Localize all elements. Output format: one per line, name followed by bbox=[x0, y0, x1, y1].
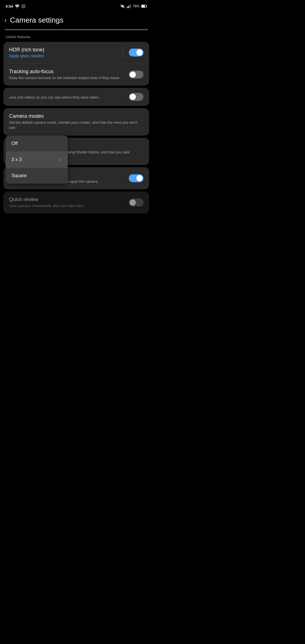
grid-lines-card: ures and videos so you can see where the… bbox=[3, 88, 149, 106]
svg-rect-5 bbox=[128, 6, 128, 8]
svg-rect-4 bbox=[127, 7, 127, 8]
svg-rect-8 bbox=[130, 4, 131, 8]
svg-rect-6 bbox=[128, 5, 129, 8]
camera-modes-card: Camera modes Set the default camera mode… bbox=[3, 108, 149, 135]
quick-launch-toggle-thumb bbox=[136, 175, 143, 181]
svg-rect-10 bbox=[141, 5, 145, 7]
mute-icon bbox=[120, 4, 125, 8]
dropdown-3x3-check: ✓ bbox=[58, 156, 62, 163]
header: ‹ Camera settings bbox=[0, 11, 152, 29]
grid-lines-toggle[interactable] bbox=[129, 93, 143, 101]
dropdown-square-label: Square bbox=[11, 173, 27, 179]
camera-modes-title: Camera modes bbox=[9, 113, 139, 119]
battery-percent: 76% bbox=[133, 4, 140, 8]
grid-lines-toggle-track bbox=[129, 93, 143, 101]
signal-icon bbox=[127, 4, 131, 8]
grid-lines-content: ures and videos so you can see where the… bbox=[9, 94, 129, 100]
tracking-subtitle: Keep the camera focused on the selected … bbox=[9, 75, 124, 80]
svg-text:✕: ✕ bbox=[23, 5, 24, 7]
camera-modes-content: Camera modes Set the default camera mode… bbox=[9, 113, 143, 130]
hdr-content: HDR (rich tone) Apply when needed bbox=[9, 47, 123, 58]
section-label-useful: Useful features bbox=[0, 35, 152, 42]
settings-card: HDR (rich tone) Apply when needed Tracki… bbox=[3, 42, 149, 86]
quick-launch-toggle[interactable] bbox=[129, 174, 143, 182]
back-button[interactable]: ‹ bbox=[5, 17, 6, 24]
camera-modes-subtitle: Set the default camera mode, reorder you… bbox=[9, 120, 139, 130]
tracking-content: Tracking auto-focus Keep the camera focu… bbox=[9, 69, 129, 80]
hdr-divider bbox=[123, 47, 123, 58]
quick-review-content: Quick review View pictures immediately a… bbox=[9, 197, 129, 208]
dropdown-off[interactable]: Off bbox=[6, 136, 68, 151]
tracking-title: Tracking auto-focus bbox=[9, 69, 124, 75]
tracking-autofocus-setting[interactable]: Tracking auto-focus Keep the camera focu… bbox=[3, 64, 149, 86]
quick-review-subtitle: View pictures immediately after you take… bbox=[9, 203, 124, 208]
quick-review-setting[interactable]: Quick review View pictures immediately a… bbox=[3, 192, 149, 214]
hdr-setting[interactable]: HDR (rich tone) Apply when needed bbox=[3, 42, 149, 64]
dropdown-square[interactable]: Square bbox=[6, 168, 68, 184]
camera-modes-setting[interactable]: Camera modes Set the default camera mode… bbox=[3, 108, 149, 135]
status-bar: 6:54 ✕ 76% bbox=[0, 0, 152, 11]
tracking-toggle-thumb bbox=[130, 71, 136, 78]
grid-lines-setting[interactable]: ures and videos so you can see where the… bbox=[3, 88, 149, 106]
time: 6:54 bbox=[6, 4, 13, 8]
quick-launch-toggle-track bbox=[129, 174, 143, 182]
grid-lines-toggle-thumb bbox=[130, 94, 136, 100]
hdr-toggle-track bbox=[129, 49, 143, 56]
dropdown-off-label: Off bbox=[11, 141, 18, 146]
scroll-indicator bbox=[5, 29, 148, 30]
grid-lines-subtitle-partial: ures and videos so you can see where the… bbox=[9, 95, 124, 100]
quick-review-title: Quick review bbox=[9, 197, 124, 203]
battery-icon bbox=[141, 5, 147, 8]
tracking-toggle[interactable] bbox=[129, 71, 143, 79]
tracking-toggle-track bbox=[129, 71, 143, 79]
dropdown-popup[interactable]: Off 3 x 3 ✓ Square bbox=[6, 136, 68, 184]
hdr-title: HDR (rich tone) bbox=[9, 47, 118, 53]
dropdown-3x3[interactable]: 3 x 3 ✓ bbox=[6, 151, 68, 168]
wifi-icon bbox=[15, 4, 20, 8]
status-left: 6:54 ✕ bbox=[6, 4, 25, 8]
quick-review-toggle-thumb bbox=[130, 199, 136, 206]
hdr-toggle-thumb bbox=[136, 49, 143, 56]
svg-rect-11 bbox=[146, 6, 147, 7]
dropdown-3x3-label: 3 x 3 bbox=[11, 157, 22, 162]
svg-point-0 bbox=[17, 8, 18, 8]
notification-icon: ✕ bbox=[21, 4, 25, 8]
quick-review-toggle-track bbox=[129, 199, 143, 206]
hdr-subtitle: Apply when needed bbox=[9, 54, 118, 58]
quick-review-toggle[interactable] bbox=[129, 199, 143, 206]
status-right: 76% bbox=[120, 4, 147, 8]
hdr-toggle[interactable] bbox=[129, 49, 143, 56]
page-title: Camera settings bbox=[10, 16, 63, 25]
svg-rect-7 bbox=[130, 5, 130, 8]
quick-review-card: Quick review View pictures immediately a… bbox=[3, 192, 149, 214]
